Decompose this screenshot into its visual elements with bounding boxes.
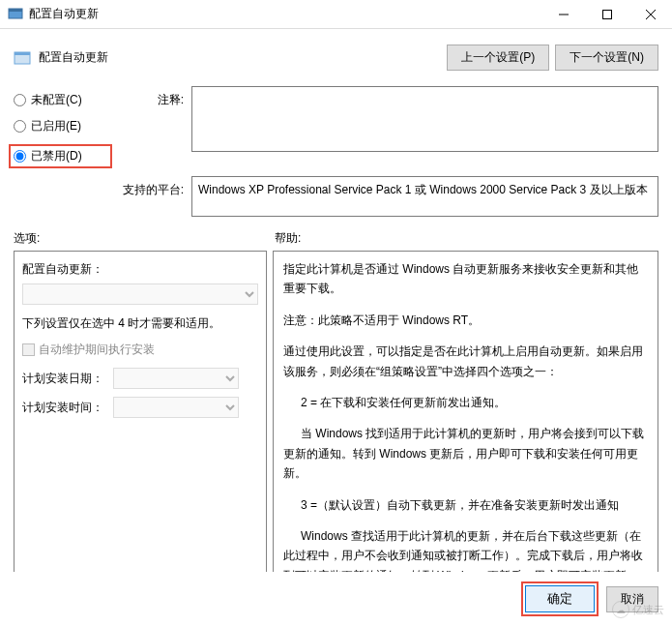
options-note: 下列设置仅在选中 4 时才需要和适用。 [22,314,258,332]
options-heading: 选项: [14,230,275,247]
watermark: ☁ 亿速云 [612,601,664,618]
schedule-time-select [113,397,239,418]
radio-disabled[interactable]: 已禁用(D) [14,148,107,164]
radio-enabled[interactable]: 已启用(E) [14,118,110,134]
header-row: 配置自动更新 上一个设置(P) 下一个设置(N) [0,29,672,80]
next-setting-button[interactable]: 下一个设置(N) [555,45,658,71]
help-p3: 通过使用此设置，可以指定是否在此计算机上启用自动更新。如果启用该服务，则必须在“… [283,342,648,381]
svg-rect-7 [15,52,30,55]
configure-update-label: 配置自动更新： [22,261,258,278]
radio-disabled-input[interactable] [14,150,26,163]
platforms-label: 支持的平台: [118,176,184,217]
ok-button-highlight: 确定 [521,581,599,616]
help-p6: 3 =（默认设置）自动下载更新，并在准备安装更新时发出通知 [283,495,648,515]
policy-icon [14,49,31,67]
comment-textarea[interactable] [191,86,658,152]
page-title: 配置自动更新 [39,49,108,66]
help-p2: 注意：此策略不适用于 Windows RT。 [283,311,648,330]
maintenance-label: 自动维护期间执行安装 [39,342,155,358]
radio-not-configured-input[interactable] [14,94,26,106]
radio-disabled-highlight: 已禁用(D) [9,144,112,168]
ok-button[interactable]: 确定 [525,585,595,612]
minimize-button[interactable] [541,0,585,29]
schedule-day-label: 计划安装日期： [22,371,107,387]
dialog-footer: 确定 取消 [0,572,672,626]
maintenance-checkbox [22,343,35,356]
watermark-icon: ☁ [612,601,629,618]
help-p5: 当 Windows 找到适用于此计算机的更新时，用户将会接到可以下载更新的通知。… [283,424,648,483]
app-icon [8,7,23,22]
maximize-button[interactable] [585,0,628,29]
help-p1: 指定此计算机是否通过 Windows 自动更新服务来接收安全更新和其他重要下载。 [283,259,648,299]
window-titlebar: 配置自动更新 [0,0,672,29]
configure-update-select [22,283,258,305]
comment-label: 注释: [118,86,184,168]
schedule-time-label: 计划安装时间： [22,400,107,416]
radio-enabled-input[interactable] [14,120,26,133]
previous-setting-button[interactable]: 上一个设置(P) [447,45,549,71]
radio-not-configured[interactable]: 未配置(C) [14,92,110,108]
window-title: 配置自动更新 [29,6,99,22]
svg-rect-1 [9,9,22,12]
help-panel[interactable]: 指定此计算机是否通过 Windows 自动更新服务来接收安全更新和其他重要下载。… [273,251,658,580]
svg-rect-3 [602,10,611,18]
maintenance-install-row: 自动维护期间执行安装 [22,342,258,358]
options-panel: 配置自动更新： 下列设置仅在选中 4 时才需要和适用。 自动维护期间执行安装 计… [14,251,267,580]
schedule-day-select [113,368,239,389]
watermark-text: 亿速云 [632,603,664,617]
help-heading: 帮助: [275,230,301,247]
close-button[interactable] [628,0,672,29]
help-p4: 2 = 在下载和安装任何更新前发出通知。 [283,393,648,412]
supported-platforms-box: Windows XP Professional Service Pack 1 或… [191,176,658,217]
